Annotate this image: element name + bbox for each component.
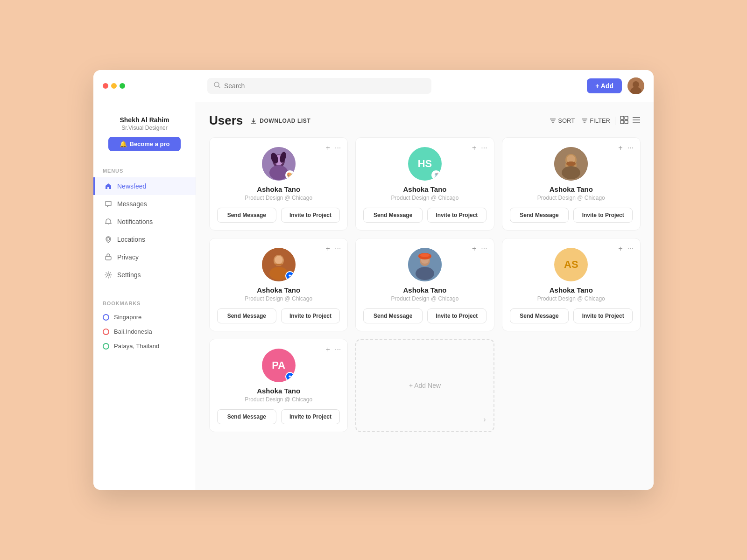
user-avatar: AS [554,248,588,281]
settings-icon [104,271,113,279]
badge-icon: 🎨 [285,170,295,180]
sidebar-item-privacy[interactable]: Privacy [93,248,196,266]
badge-icon: 🥤 [431,170,441,180]
main-content: Users DOWNLOAD LIST [196,102,654,490]
titlebar-right: + Add [587,77,644,94]
chevron-right-icon: › [483,415,486,424]
view-icons [620,116,641,126]
pro-button[interactable]: 🔔 Become a pro [108,137,181,151]
add-button[interactable]: + Add [587,78,622,93]
svg-line-1 [218,86,220,88]
bookmark-bali[interactable]: Bali.Indonesia [93,324,196,339]
user-name: Ashoka Tano [257,286,300,294]
user-name: Ashoka Tano [257,387,300,395]
traffic-lights [103,83,125,89]
sidebar-item-notifications[interactable]: Notifications [93,213,196,231]
svg-point-34 [275,256,282,264]
sidebar-item-label: Messages [117,200,147,208]
maximize-button[interactable] [120,83,125,89]
user-name: Ashoka Tano [403,185,446,193]
add-card-button[interactable]: + [326,245,330,252]
svg-point-39 [416,267,434,280]
svg-rect-17 [625,120,628,124]
search-input[interactable] [224,82,425,90]
svg-rect-16 [620,120,624,124]
user-role: Product Design @ Chicago [391,295,459,302]
send-message-button[interactable]: Send Message [510,308,569,323]
user-role: Product Design @ Chicago [391,195,459,201]
add-card-button[interactable]: + [326,144,330,152]
invite-button[interactable]: Invite to Project [281,208,340,223]
add-new-card[interactable]: + Add New › [355,339,494,432]
users-grid: + ··· 🎨 Ashoka T [209,137,641,432]
add-card-button[interactable]: + [472,245,476,252]
svg-point-41 [420,253,430,257]
invite-button[interactable]: Invite to Project [573,308,633,323]
bookmark-dot [103,343,109,350]
grid-view-button[interactable] [620,116,628,126]
bookmark-dot [103,329,109,335]
download-button[interactable]: DOWNLOAD LIST [250,118,310,124]
app-window: + Add Shekh Al Rahim Sr.Visual Designer … [93,70,654,490]
sidebar: Shekh Al Rahim Sr.Visual Designer 🔔 Beco… [93,102,196,490]
add-card-button[interactable]: + [326,346,330,353]
more-card-button[interactable]: ··· [335,346,341,353]
send-message-button[interactable]: Send Message [217,208,276,223]
sort-button[interactable]: SORT [550,117,575,124]
bookmark-singapore[interactable]: Singapore [93,310,196,324]
card-actions: + ··· [472,245,487,252]
invite-button[interactable]: Invite to Project [427,308,486,323]
card-buttons: Send Message Invite to Project [217,208,340,223]
svg-rect-6 [106,256,111,260]
more-card-button[interactable]: ··· [335,144,341,152]
add-card-button[interactable]: + [618,245,622,252]
sidebar-item-locations[interactable]: Locations [93,231,196,248]
list-view-button[interactable] [632,116,641,126]
close-button[interactable] [103,83,108,89]
user-name: Ashoka Tano [403,286,446,294]
minimize-button[interactable] [111,83,117,89]
user-card: + ··· 🎨 Ashoka T [209,137,348,231]
sidebar-item-messages[interactable]: Messages [93,195,196,213]
user-name: Ashoka Tano [257,185,300,193]
filter-button[interactable]: FILTER [581,117,610,124]
more-card-button[interactable]: ··· [627,144,634,152]
send-message-button[interactable]: Send Message [217,308,276,323]
svg-point-7 [107,274,110,276]
sidebar-item-newsfeed[interactable]: Newsfeed [93,177,196,195]
user-role: Product Design @ Chicago [537,295,605,302]
user-name: Ashoka Tano [550,286,593,294]
add-card-button[interactable]: + [618,144,622,152]
user-avatar-header[interactable] [627,77,644,94]
svg-rect-14 [620,116,624,119]
bookmark-dot [103,314,109,321]
sidebar-item-label: Locations [117,236,145,243]
user-card: + ··· Ashoka Tano P [355,238,494,331]
send-message-button[interactable]: Send Message [510,208,569,223]
svg-point-30 [562,166,580,179]
invite-button[interactable]: Invite to Project [573,208,633,223]
invite-button[interactable]: Invite to Project [281,308,340,323]
bookmark-label: Singapore [114,314,141,321]
more-card-button[interactable]: ··· [627,245,634,252]
page-header: Users DOWNLOAD LIST [209,113,641,128]
card-actions: + ··· [618,245,634,252]
add-card-button[interactable]: + [472,144,476,152]
badge-icon: ✦ [285,372,295,381]
send-message-button[interactable]: Send Message [217,409,276,424]
sort-filter: SORT FILTER [550,117,610,124]
user-role: Product Design @ Chicago [537,195,605,201]
sidebar-item-settings[interactable]: Settings [93,266,196,284]
user-avatar: 🎨 [262,147,296,181]
user-avatar: ✦ [262,248,296,281]
svg-point-31 [566,161,576,166]
more-card-button[interactable]: ··· [335,245,341,252]
bookmark-pataya[interactable]: Pataya, Thailand [93,339,196,353]
invite-button[interactable]: Invite to Project [281,409,340,424]
send-message-button[interactable]: Send Message [363,308,423,323]
send-message-button[interactable]: Send Message [363,208,423,223]
search-bar[interactable] [207,78,431,94]
invite-button[interactable]: Invite to Project [427,208,486,223]
more-card-button[interactable]: ··· [481,144,487,152]
more-card-button[interactable]: ··· [481,245,487,252]
